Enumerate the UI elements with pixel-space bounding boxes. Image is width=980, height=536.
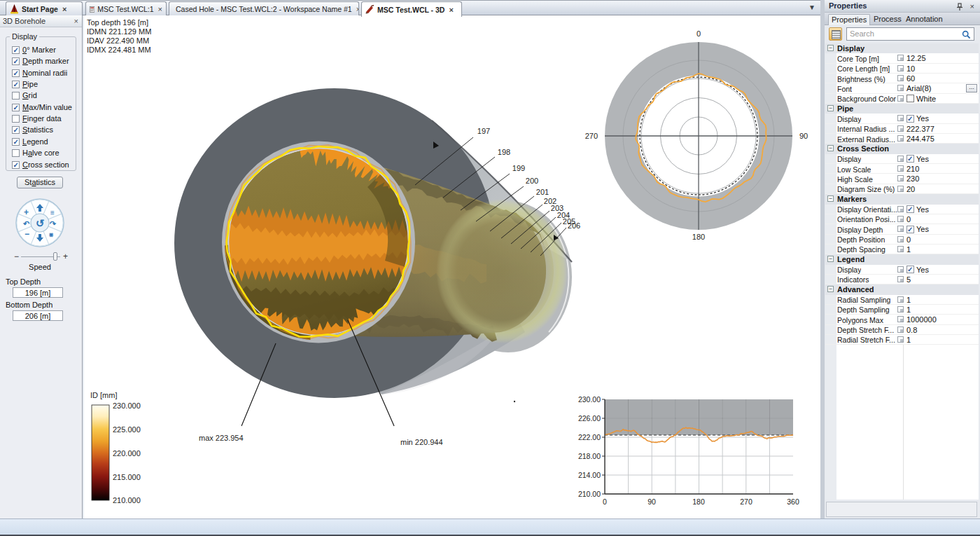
svg-text:201: 201 [536, 188, 549, 196]
svg-text:⨳: ⨳ [49, 231, 54, 238]
svg-text:222.00: 222.00 [578, 433, 601, 441]
svg-text:210.000: 210.000 [113, 496, 141, 504]
svg-text:0: 0 [603, 497, 607, 506]
svg-text:210.00: 210.00 [578, 490, 601, 498]
svg-text:max 223.954: max 223.954 [199, 434, 244, 442]
svg-text:↺: ↺ [36, 217, 45, 229]
svg-text:ID [mm]: ID [mm] [90, 391, 118, 399]
svg-text:206: 206 [568, 221, 580, 230]
svg-text:↷: ↷ [50, 219, 57, 228]
svg-text:IDAV 222.490 MM: IDAV 222.490 MM [87, 36, 149, 45]
svg-text:↶: ↶ [22, 219, 30, 228]
svg-text:+: + [24, 207, 29, 217]
svg-text:Top depth 196 [m]: Top depth 196 [m] [87, 18, 148, 27]
svg-text:180: 180 [692, 497, 705, 506]
svg-text:215.000: 215.000 [113, 473, 141, 481]
svg-text:IDMN 221.129 MM: IDMN 221.129 MM [87, 27, 151, 36]
svg-text:220.000: 220.000 [113, 449, 141, 458]
svg-text:90: 90 [648, 497, 656, 506]
svg-text:90: 90 [799, 132, 808, 140]
svg-text:IDMX 224.481 MM: IDMX 224.481 MM [87, 46, 151, 54]
svg-text:180: 180 [692, 233, 705, 241]
svg-text:226.00: 226.00 [578, 414, 601, 422]
svg-text:225.000: 225.000 [113, 425, 141, 434]
svg-text:200: 200 [526, 177, 538, 185]
svg-text:360: 360 [787, 497, 799, 506]
svg-text:−: − [24, 229, 29, 239]
svg-text:197: 197 [477, 127, 490, 135]
svg-text:199: 199 [512, 164, 525, 172]
svg-text:218.00: 218.00 [578, 452, 601, 460]
svg-text:214.00: 214.00 [578, 471, 601, 479]
svg-text:270: 270 [740, 497, 752, 506]
svg-text:270: 270 [585, 132, 598, 140]
svg-text:≡: ≡ [50, 209, 55, 217]
svg-text:198: 198 [498, 148, 510, 156]
svg-text:0: 0 [696, 29, 701, 38]
svg-text:230.00: 230.00 [578, 395, 601, 404]
svg-text:min 220.944: min 220.944 [400, 438, 443, 446]
svg-text:230.000: 230.000 [113, 401, 141, 410]
